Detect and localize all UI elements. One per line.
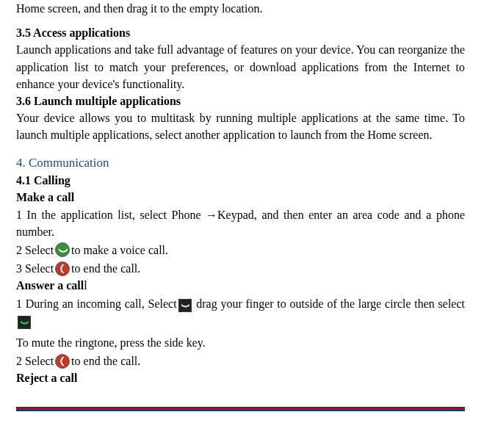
- answer-call-step1: 1 During an incoming call, Select drag y…: [16, 295, 465, 329]
- mute-ringtone-text: To mute the ringtone, press the side key…: [16, 334, 465, 351]
- end-call-icon: [55, 354, 70, 369]
- intro-tail-text: Home screen, and then drag it to the emp…: [16, 0, 465, 17]
- end-call-icon: [55, 261, 70, 276]
- answer-a-call-heading: Answer a calll: [16, 277, 465, 294]
- make-call-step3: 3 Select to end the call.: [16, 260, 465, 277]
- section-3-6-heading: 3.6 Launch multiple applications: [16, 93, 465, 109]
- reject-a-call-heading: Reject a call: [16, 369, 465, 386]
- section-3-6-body: Your device allows you to multitask by r…: [16, 109, 465, 143]
- make-call-step1: 1 In the application list, select Phone …: [16, 206, 465, 240]
- page-footer: [0, 407, 481, 420]
- section-3-5-heading: 3.5 Access applications: [16, 24, 465, 41]
- make-call-step2: 2 Select to make a voice call.: [16, 242, 465, 259]
- footer-divider: [16, 407, 465, 411]
- section-3-5-body: Launch applications and take full advant…: [16, 41, 465, 93]
- answer-call-step2: 2 Select to end the call.: [16, 353, 465, 369]
- incoming-call-icon: [178, 299, 192, 312]
- call-icon: [55, 242, 70, 257]
- incoming-accept-icon: [18, 316, 31, 329]
- section-4-heading: 4. Communication: [16, 154, 465, 173]
- section-4-1-heading: 4.1 Calling: [16, 172, 465, 189]
- make-a-call-heading: Make a call: [16, 189, 465, 206]
